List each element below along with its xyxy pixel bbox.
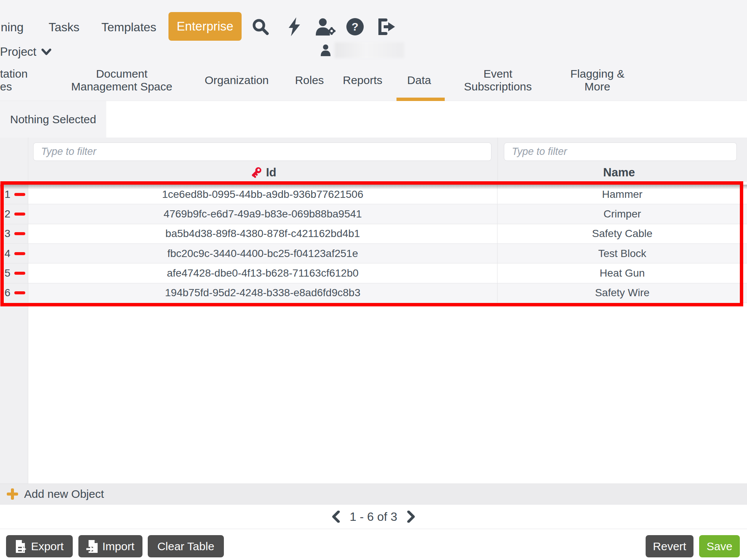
row-gutter-cell: 5: [0, 263, 28, 283]
tab-data[interactable]: Data: [391, 74, 447, 87]
tab-roles[interactable]: Roles: [281, 74, 338, 87]
id-cell[interactable]: 1ce6ed8b-0995-44bb-a9db-936b77621506: [28, 185, 497, 204]
project-label: Project: [0, 45, 36, 59]
row-number: 1: [5, 188, 11, 200]
person-icon: [320, 44, 331, 56]
sign-out-icon[interactable]: [376, 17, 397, 36]
nav-item-planning[interactable]: ning: [1, 20, 24, 34]
id-cell[interactable]: fbc20c9c-3440-4400-bc25-f04123af251e: [28, 244, 497, 263]
help-icon[interactable]: ?: [344, 17, 366, 36]
table-row[interactable]: 2 4769b9fc-e6d7-49a9-b83e-069b88ba9541 C…: [0, 204, 747, 224]
table-row[interactable]: 4 fbc20c9c-3440-4400-bc25-f04123af251e T…: [0, 244, 747, 263]
add-new-object-button[interactable]: Add new Object: [0, 483, 747, 504]
chevron-right-icon: [407, 511, 415, 523]
search-icon[interactable]: [250, 17, 271, 36]
tab-reports[interactable]: Reports: [334, 74, 391, 87]
enterprise-button[interactable]: Enterprise: [168, 12, 242, 41]
import-button[interactable]: Import: [78, 535, 142, 557]
row-number: 5: [5, 267, 11, 279]
gutter-header-cell: [0, 138, 28, 182]
lightning-icon[interactable]: [284, 17, 305, 36]
export-icon: [15, 540, 26, 553]
row-gutter-cell: 3: [0, 224, 28, 243]
import-icon: [86, 540, 98, 553]
tab-cutoff-left[interactable]: tation es: [0, 67, 34, 93]
table-body: 1 1ce6ed8b-0995-44bb-a9db-936b77621506 H…: [0, 182, 747, 483]
name-cell[interactable]: Safety Wire: [497, 283, 747, 303]
tab-nothing-selected[interactable]: Nothing Selected: [0, 101, 106, 138]
tab-organization[interactable]: Organization: [199, 74, 274, 87]
row-gutter-cell: 6: [0, 283, 28, 303]
name-cell[interactable]: Safety Cable: [497, 224, 747, 243]
id-cell[interactable]: afe47428-dbe0-4f13-b628-71163cf612b0: [28, 263, 497, 283]
plus-icon: [6, 488, 19, 500]
row-gutter-cell: 4: [0, 244, 28, 263]
chevron-left-icon: [332, 511, 340, 523]
delete-row-button[interactable]: [14, 272, 25, 275]
key-icon: [247, 164, 265, 182]
row-number: 4: [5, 248, 11, 260]
clear-table-button[interactable]: Clear Table: [148, 535, 224, 557]
row-number: 3: [5, 228, 11, 240]
export-button[interactable]: Export: [6, 535, 73, 557]
table-header: Id Name: [0, 138, 747, 182]
pagination-bar: 1 - 6 of 3: [0, 504, 747, 529]
delete-row-button[interactable]: [14, 252, 25, 255]
delete-row-button[interactable]: [14, 232, 25, 235]
column-header-id[interactable]: Id: [28, 164, 497, 181]
id-cell[interactable]: 4769b9fc-e6d7-49a9-b83e-069b88ba9541: [28, 204, 497, 223]
user-menu[interactable]: [320, 41, 404, 59]
column-header-name[interactable]: Name: [497, 164, 741, 181]
name-cell[interactable]: Hammer: [497, 185, 747, 204]
name-cell[interactable]: Crimper: [497, 204, 747, 223]
name-cell[interactable]: Heat Gun: [497, 263, 747, 283]
redacted-username: [335, 42, 404, 58]
nav-item-templates[interactable]: Templates: [101, 20, 156, 34]
row-gutter-cell: 1: [0, 185, 28, 204]
id-cell[interactable]: ba5b4d38-89f8-4380-878f-c421162bd4b1: [28, 224, 497, 243]
row-number: 2: [5, 208, 11, 220]
id-cell[interactable]: 194b75fd-95d2-4248-b338-e8ad6fd9c8b3: [28, 283, 497, 303]
previous-page-button[interactable]: [332, 511, 340, 523]
chevron-down-icon: [41, 49, 51, 55]
tab-event-subscriptions[interactable]: Event Subscriptions: [441, 67, 554, 93]
revert-button[interactable]: Revert: [646, 535, 693, 557]
nav-item-tasks[interactable]: Tasks: [49, 20, 80, 34]
top-bar: ning Tasks Templates Enterprise ?: [0, 0, 747, 101]
table-row[interactable]: 5 afe47428-dbe0-4f13-b628-71163cf612b0 H…: [0, 263, 747, 283]
name-cell[interactable]: Test Block: [497, 244, 747, 263]
table-row[interactable]: 3 ba5b4d38-89f8-4380-878f-c421162bd4b1 S…: [0, 224, 747, 244]
project-selector[interactable]: Project: [0, 45, 51, 59]
delete-row-button[interactable]: [14, 193, 25, 196]
next-page-button[interactable]: [407, 511, 415, 523]
add-new-object-label: Add new Object: [24, 488, 104, 500]
name-filter-input[interactable]: [504, 142, 737, 161]
delete-row-button[interactable]: [14, 291, 25, 294]
save-button[interactable]: Save: [699, 535, 740, 557]
svg-text:?: ?: [352, 20, 358, 33]
delete-row-button[interactable]: [14, 213, 25, 216]
tab-document-management-space[interactable]: Document Management Space: [58, 67, 186, 93]
tab-flagging-more[interactable]: Flagging & More: [541, 67, 654, 93]
footer-bar: Export Import Clear Table Revert Save: [0, 529, 747, 560]
id-filter-input[interactable]: [33, 142, 491, 161]
row-number: 6: [5, 287, 11, 299]
row-gutter-cell: 2: [0, 204, 28, 223]
active-tab-underline: [396, 98, 445, 101]
table-rows: 1 1ce6ed8b-0995-44bb-a9db-936b77621506 H…: [0, 185, 747, 303]
user-gear-icon[interactable]: [315, 17, 336, 36]
pagination-label: 1 - 6 of 3: [350, 510, 397, 524]
table-row[interactable]: 6 194b75fd-95d2-4248-b338-e8ad6fd9c8b3 S…: [0, 283, 747, 303]
table-row[interactable]: 1 1ce6ed8b-0995-44bb-a9db-936b77621506 H…: [0, 185, 747, 204]
